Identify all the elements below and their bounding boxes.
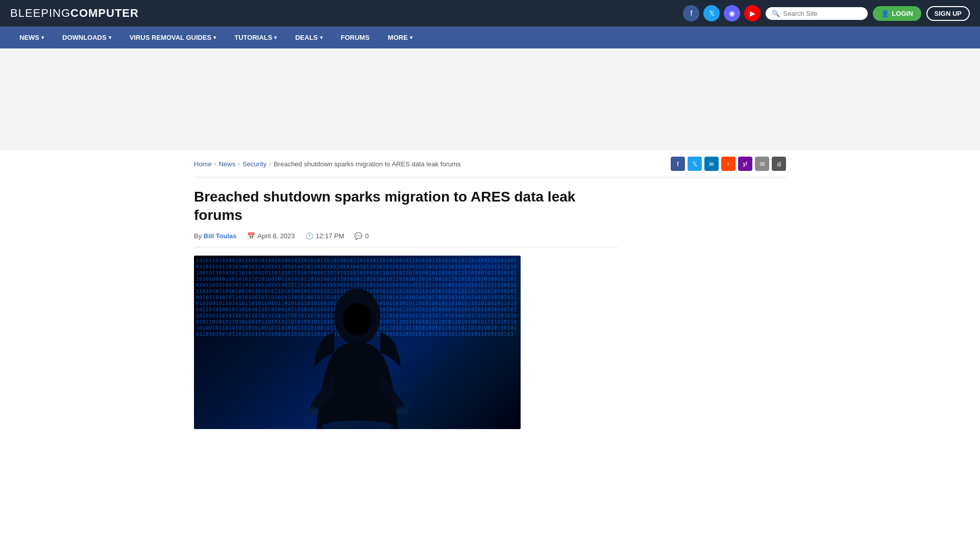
nav-more[interactable]: MORE ▾: [379, 27, 422, 48]
chevron-down-icon: ▾: [109, 35, 111, 40]
nav-tutorials[interactable]: TUTORIALS ▾: [225, 27, 286, 48]
nav-deals[interactable]: DEALS ▾: [286, 27, 331, 48]
advertisement-banner: [0, 48, 980, 151]
chevron-down-icon: ▾: [274, 35, 277, 40]
share-twitter-button[interactable]: 𝕏: [688, 157, 702, 171]
share-icons: f 𝕏 in r y! ✉ 🖨: [671, 157, 786, 171]
search-icon: 🔍: [772, 10, 780, 17]
comment-icon: 💬: [354, 232, 362, 240]
article-author: By Bill Toulas: [194, 232, 237, 240]
mastodon-social-icon[interactable]: ◉: [724, 5, 740, 21]
facebook-social-icon[interactable]: f: [683, 5, 699, 21]
article-column: Breached shutdown sparks migration to AR…: [194, 178, 618, 429]
nav-news[interactable]: NEWS ▾: [10, 27, 53, 48]
content-wrapper: Home › News › Security › Breached shutdo…: [184, 151, 796, 429]
author-link[interactable]: Bill Toulas: [204, 232, 237, 240]
breadcrumb-share-row: Home › News › Security › Breached shutdo…: [194, 151, 786, 178]
main-nav: NEWS ▾ DOWNLOADS ▾ VIRUS REMOVAL GUIDES …: [0, 27, 980, 48]
svg-point-3: [396, 407, 408, 415]
logo-regular: BLEEPING: [10, 7, 70, 19]
chevron-down-icon: ▾: [320, 35, 323, 40]
breadcrumb-separator: ›: [238, 160, 240, 167]
article-date: 📅 April 8, 2023: [247, 232, 295, 240]
signup-button[interactable]: SIGN UP: [926, 6, 970, 21]
svg-point-2: [306, 407, 318, 415]
article-image-container: 1010110101001011010101101010010110101011…: [194, 256, 521, 429]
site-logo[interactable]: BLEEPINGCOMPUTER: [10, 7, 139, 20]
share-print-button[interactable]: 🖨: [772, 157, 786, 171]
nav-virus-removal[interactable]: VIRUS REMOVAL GUIDES ▾: [120, 27, 226, 48]
chevron-down-icon: ▾: [410, 35, 412, 40]
main-layout: Breached shutdown sparks migration to AR…: [194, 178, 786, 429]
logo-bold: COMPUTER: [70, 7, 139, 19]
social-icons: f 𝕏 ◉ ▶: [683, 5, 761, 21]
share-reddit-button[interactable]: r: [721, 157, 736, 171]
article-time: 🕐 12:17 PM: [305, 232, 345, 240]
article-title: Breached shutdown sparks migration to AR…: [194, 188, 618, 225]
svg-point-1: [343, 303, 372, 336]
breadcrumb-current: Breached shutdown sparks migration to AR…: [274, 160, 460, 168]
clock-icon: 🕐: [305, 232, 313, 240]
article-hero-image: 1010110101001011010101101010010110101011…: [194, 256, 521, 429]
breadcrumb-separator: ›: [214, 160, 216, 167]
share-yahoo-button[interactable]: y!: [738, 157, 752, 171]
article-meta: By Bill Toulas 📅 April 8, 2023 🕐 12:17 P…: [194, 232, 618, 247]
share-facebook-button[interactable]: f: [671, 157, 685, 171]
search-input[interactable]: [783, 10, 862, 17]
breadcrumb-separator: ›: [269, 160, 271, 167]
header-right: f 𝕏 ◉ ▶ 🔍 👤 LOGIN SIGN UP: [683, 5, 970, 21]
user-icon: 👤: [881, 10, 889, 17]
nav-downloads[interactable]: DOWNLOADS ▾: [53, 27, 120, 48]
hacker-figure-svg: [306, 286, 408, 429]
article-comments[interactable]: 💬 0: [354, 232, 369, 240]
search-box: 🔍: [766, 7, 868, 20]
breadcrumb-home[interactable]: Home: [194, 160, 212, 168]
share-email-button[interactable]: ✉: [755, 157, 769, 171]
twitter-social-icon[interactable]: 𝕏: [703, 5, 720, 21]
breadcrumb-news[interactable]: News: [219, 160, 236, 168]
breadcrumb-security[interactable]: Security: [242, 160, 266, 168]
nav-forums[interactable]: FORUMS: [332, 27, 379, 48]
share-linkedin-button[interactable]: in: [704, 157, 719, 171]
breadcrumb: Home › News › Security › Breached shutdo…: [194, 160, 461, 168]
login-button[interactable]: 👤 LOGIN: [873, 6, 921, 21]
calendar-icon: 📅: [247, 232, 255, 240]
chevron-down-icon: ▾: [213, 35, 216, 40]
chevron-down-icon: ▾: [41, 35, 44, 40]
site-header: BLEEPINGCOMPUTER f 𝕏 ◉ ▶ 🔍 👤 LOGIN SIGN …: [0, 0, 980, 27]
youtube-social-icon[interactable]: ▶: [744, 5, 761, 21]
